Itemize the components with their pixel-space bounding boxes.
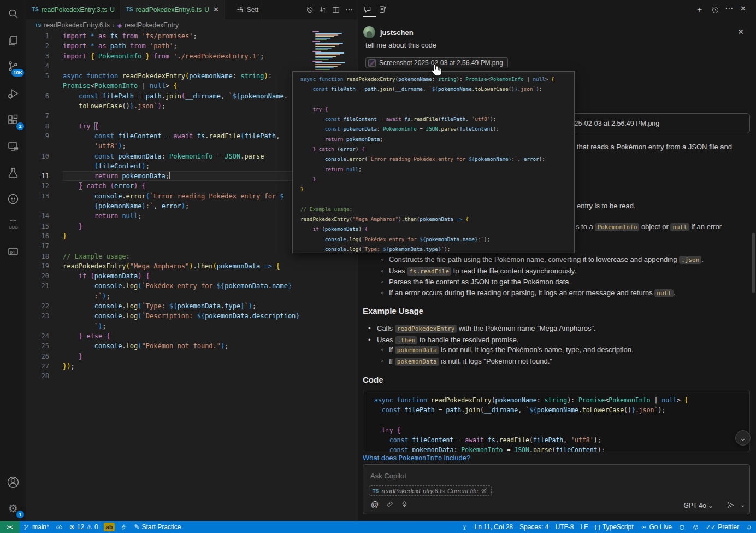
start-practice-item[interactable]: ✎Start Practice (131, 521, 184, 533)
smiley-icon (692, 524, 699, 531)
code-line: 19readPokedexEntry("Mega Ampharos").then… (26, 261, 356, 271)
publish-sync-item[interactable] (52, 521, 66, 533)
testing-beaker-icon[interactable] (0, 161, 26, 185)
run-debug-icon[interactable] (0, 82, 26, 106)
eye-off-icon[interactable] (481, 487, 488, 494)
prettier-item[interactable]: ✓✓Prettier (702, 521, 742, 533)
line-number (26, 101, 49, 111)
send-icon[interactable] (727, 501, 735, 511)
git-branch-item[interactable]: main* (20, 521, 52, 533)
notifications-bell-icon[interactable] (742, 521, 756, 533)
output-log-icon[interactable]: LOG (0, 213, 26, 237)
inline-code: PokemonInfo (595, 223, 639, 231)
pets-item[interactable] (689, 521, 702, 533)
eol-item[interactable]: LF (577, 521, 591, 533)
avatar (363, 26, 375, 38)
code-line (300, 196, 574, 206)
microphone-icon[interactable] (400, 500, 409, 510)
split-editor-icon[interactable] (332, 5, 340, 14)
minimap-line (315, 56, 336, 57)
github-status-item[interactable] (675, 521, 689, 533)
minimap[interactable] (312, 31, 346, 77)
more-actions-icon[interactable]: ⋯ (725, 3, 733, 13)
more-actions-icon[interactable] (345, 5, 353, 14)
tab-readPokedexEntry-6[interactable]: TS readPokedexEntry.6.ts U ✕ (121, 0, 225, 19)
tab-settings-partial[interactable]: Sett (231, 0, 262, 19)
timeline-history-icon[interactable] (305, 5, 314, 14)
minimap-line (312, 31, 319, 32)
remote-indicator[interactable]: >< (0, 521, 20, 533)
source-control-badge: 10K (11, 69, 24, 77)
breadcrumb: TS readPokedexEntry.6.ts › ◈ readPokedex… (26, 19, 358, 31)
line-number: 19 (26, 261, 49, 271)
list-item: If an error occurs during file reading o… (363, 288, 751, 299)
spell-checker-item[interactable]: ab (104, 523, 115, 531)
sliders-icon (236, 5, 244, 14)
git-untracked-badge: U (204, 6, 209, 14)
response-code-block[interactable]: async function readPokedexEntry(pokemonN… (363, 390, 750, 452)
model-picker[interactable]: GPT 4o ⌄ (683, 502, 713, 509)
line-number: 11 (26, 171, 49, 181)
search-icon[interactable] (0, 2, 26, 26)
minimap-line (315, 69, 330, 70)
custom-x-icon[interactable]: (x) (0, 239, 26, 263)
context-label: Current file (447, 488, 478, 494)
chat-editor-icon[interactable] (378, 5, 387, 16)
editor-actions (305, 0, 358, 19)
inline-code: .then (395, 336, 417, 344)
context-file-chip[interactable]: TS readPokedexEntry.6.ts Current file (369, 485, 492, 496)
tab-readPokedexEntry-3[interactable]: TS readPokedexEntry.3.ts U (26, 0, 121, 19)
go-live-item[interactable]: Go Live (637, 521, 675, 533)
ports-item[interactable] (458, 521, 471, 533)
settings-gear-icon[interactable]: ⚙ 1 (0, 496, 26, 520)
extensions-badge: 2 (16, 122, 24, 130)
source-control-icon[interactable]: 10K (0, 55, 26, 79)
followup-suggestion-link[interactable]: What does PokemonInfo include? (363, 454, 470, 462)
inline-code: pokemonData (395, 346, 439, 354)
line-number: 4 (26, 61, 49, 71)
accounts-icon[interactable] (0, 470, 26, 494)
mention-icon[interactable]: @ (371, 500, 379, 509)
minimap-line (315, 46, 335, 47)
compare-changes-icon[interactable] (318, 5, 327, 14)
lightning-item[interactable] (117, 521, 131, 533)
line-number: 25 (26, 341, 49, 351)
problems-item[interactable]: ⊗12 ⚠0 (66, 521, 102, 533)
section-heading: Example Usage (363, 306, 423, 315)
chat-view-icon[interactable] (363, 5, 373, 16)
breadcrumb-symbol[interactable]: readPokedexEntry (125, 21, 179, 29)
cursor-position-item[interactable]: Ln 11, Col 28 (471, 521, 517, 533)
inline-code: fs.readFile (407, 267, 451, 276)
encoding-item[interactable]: UTF-8 (552, 521, 577, 533)
breadcrumb-file[interactable]: readPokedexEntry.6.ts (44, 21, 110, 29)
close-panel-icon[interactable]: ✕ (740, 4, 746, 13)
extensions-icon[interactable]: 2 (0, 108, 26, 132)
code-line: const filePath = path.join(__dirname, `$… (300, 85, 574, 95)
list-item: If pokemonData is not null, it logs the … (363, 344, 751, 356)
language-mode-item[interactable]: { }TypeScript (591, 521, 636, 533)
remote-explorer-icon[interactable] (0, 134, 26, 159)
code-line: const filePath = path.join(__dirname, `$… (374, 406, 749, 415)
tab-close-icon[interactable]: ✕ (213, 5, 219, 14)
delete-message-icon[interactable]: ✕ (737, 27, 744, 36)
chat-scrollbar[interactable] (752, 233, 755, 293)
minimap-line (315, 57, 333, 58)
code-line: 28 (26, 371, 356, 381)
code-line: 24 } else { (26, 331, 356, 341)
chat-input-box[interactable]: Ask Copilot TS readPokedexEntry.6.ts Cur… (363, 464, 750, 514)
github-icon[interactable] (0, 187, 26, 211)
explorer-icon[interactable] (0, 28, 26, 52)
symbol-namespace-icon: ◈ (117, 22, 122, 29)
chat-history-icon[interactable] (711, 5, 720, 16)
indentation-item[interactable]: Spaces: 4 (516, 521, 552, 533)
scroll-down-button[interactable]: ⌄ (735, 430, 751, 446)
tab-label: readPokedexEntry.6.ts (136, 6, 202, 14)
code-line: return pokemonData; (300, 136, 574, 145)
screenshot-preview-popup: async function readPokedexEntry(pokemonN… (292, 71, 575, 253)
new-chat-icon[interactable]: ＋ (695, 4, 704, 15)
send-options-chevron-icon[interactable]: ⌄ (741, 502, 745, 508)
attach-paperclip-icon[interactable] (386, 500, 394, 510)
port-radio-icon (461, 524, 468, 531)
line-number (26, 201, 49, 211)
svg-text:LOG: LOG (9, 225, 18, 230)
